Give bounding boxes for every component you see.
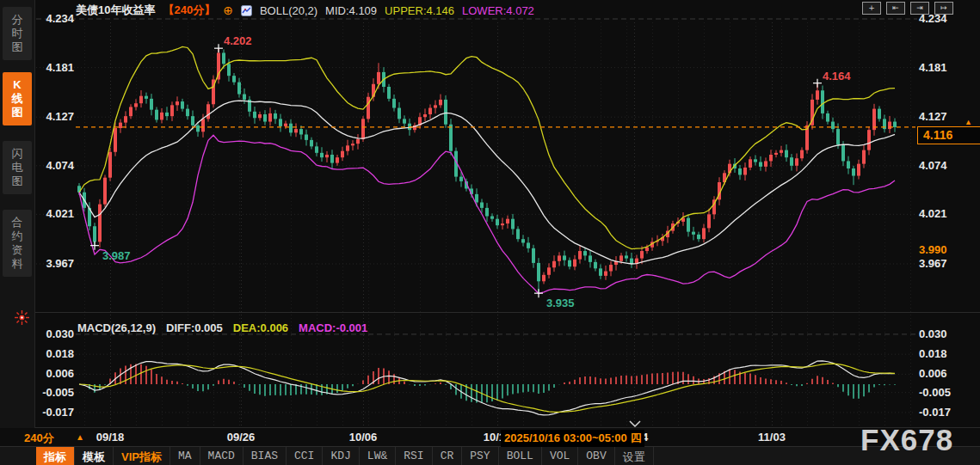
macd-axis-label: -0.005 xyxy=(919,386,951,399)
macd-axis-label: 0.006 xyxy=(36,367,74,380)
price-axis-label: 3.967 xyxy=(36,257,74,270)
price-extreme-label: 4.202 xyxy=(224,34,252,47)
chevron-down-icon[interactable] xyxy=(629,420,641,428)
macd-hist-value: MACD:-0.001 xyxy=(299,321,367,334)
crosshair-icon[interactable]: + xyxy=(862,2,881,15)
toolbar-tab-psy[interactable]: PSY xyxy=(462,447,498,465)
current-price-box: 4.116 xyxy=(917,126,980,144)
boll-lower-value: LOWER:4.072 xyxy=(462,4,534,17)
price-axis-label: 4.234 xyxy=(36,12,74,25)
toolbar-tab-boll[interactable]: BOLL xyxy=(499,447,542,465)
macd-axis-label: -0.017 xyxy=(36,406,74,419)
chart-header: 美债10年收益率 【240分】 ⊕ BOLL(20,2) MID:4.109 U… xyxy=(76,3,534,18)
sidebar: 分时图 K线图 闪电图 合约资料 xyxy=(0,0,35,428)
price-axis-label: 4.127 xyxy=(36,110,74,123)
boll-indicator-label: BOLL(20,2) xyxy=(260,4,317,17)
toolbar-tab-macd[interactable]: MACD xyxy=(200,447,243,465)
sidebar-tab-label: 合约资料 xyxy=(11,216,24,271)
toolbar-tab-indicators[interactable]: 指标 xyxy=(36,447,75,465)
chart-window: 4.2023.9874.1643.935 分时图 K线图 闪电图 合约资料 美债… xyxy=(0,0,980,465)
toolbar-tab-bias[interactable]: BIAS xyxy=(243,447,287,465)
macd-params-label: MACD(26,12,9) xyxy=(77,321,156,334)
add-indicator-icon[interactable]: ⊕ xyxy=(223,4,233,16)
fit-right-icon[interactable]: ⇥ xyxy=(910,2,929,15)
toolbar-tab-ma[interactable]: MA xyxy=(170,447,200,465)
macd-axis-label: 0.018 xyxy=(919,347,947,360)
date-tick: 11/03 xyxy=(758,431,786,444)
candlestick-chart-canvas[interactable]: 4.2023.9874.1643.935 xyxy=(0,0,980,465)
price-up-arrow-icon: ▲ xyxy=(965,118,972,126)
price-axis-label: 4.074 xyxy=(919,159,947,172)
toolbar-tab-cci[interactable]: CCI xyxy=(287,447,323,465)
sidebar-tab-label: 分时图 xyxy=(11,13,24,54)
price-axis-label: 4.181 xyxy=(919,61,947,74)
toolbar-tab-cr[interactable]: CR xyxy=(433,447,463,465)
price-axis-label: 4.021 xyxy=(36,207,74,220)
toolbar-tab-settings[interactable]: 设置 xyxy=(615,447,654,465)
date-tick: 09/26 xyxy=(227,431,256,444)
toolbar-tab-templates[interactable]: 模板 xyxy=(75,447,114,465)
price-axis-label: 4.021 xyxy=(919,207,947,220)
sidebar-tab-label: K线图 xyxy=(11,78,24,119)
boll-mid-value: MID:4.109 xyxy=(325,4,377,17)
chart-style-icon[interactable] xyxy=(241,5,252,16)
toolbar-tab-obv[interactable]: OBV xyxy=(578,447,614,465)
crosshair-date-tooltip: 2025/10/16 03:00~05:00 四 xyxy=(501,430,644,447)
pan-right-icon[interactable]: ↦ xyxy=(934,2,953,15)
price-axis-label: 4.074 xyxy=(36,159,74,172)
toolbar-tab-vol[interactable]: VOL xyxy=(542,447,578,465)
sidebar-tab-timeline[interactable]: 分时图 xyxy=(3,7,32,60)
macd-axis-label: -0.005 xyxy=(36,386,74,399)
indicator-toolbar: 指标 模板 VIP指标 MA MACD BIAS CCI KDJ LW& RSI… xyxy=(0,446,980,465)
date-tick: 09/18 xyxy=(96,431,125,444)
boll-upper-value: UPPER:4.146 xyxy=(385,4,454,17)
toolbar-tab-kdj[interactable]: KDJ xyxy=(323,447,359,465)
toolbar-tab-vip-indicators[interactable]: VIP指标 xyxy=(114,447,170,465)
macd-dea-value: DEA:0.006 xyxy=(233,321,288,334)
price-extreme-label: 3.935 xyxy=(546,297,575,309)
window-controls: + ⇤ ⇥ ↦ xyxy=(862,2,953,15)
macd-axis-label: -0.017 xyxy=(919,406,951,419)
price-extreme-label: 3.987 xyxy=(102,249,131,262)
macd-panel-layer xyxy=(79,361,895,415)
instrument-title: 美债10年收益率 xyxy=(76,3,155,18)
price-axis-label: 4.127 xyxy=(919,110,947,123)
secondary-price-label: 3.990 xyxy=(919,243,947,256)
price-axis-label: 3.967 xyxy=(919,257,947,270)
toolbar-tab-lw[interactable]: LW& xyxy=(360,447,396,465)
macd-axis-label: 0.006 xyxy=(919,367,947,380)
period-tag[interactable]: 【240分】 xyxy=(163,3,215,18)
watermark: FX678 xyxy=(860,423,953,457)
macd-header: MACD(26,12,9) DIFF:0.005 DEA:0.006 MACD:… xyxy=(77,321,367,334)
toolbar-tab-rsi[interactable]: RSI xyxy=(396,447,432,465)
macd-axis-label: 0.018 xyxy=(36,347,74,360)
period-selector[interactable]: 240分 xyxy=(24,431,54,446)
sidebar-tab-contract-info[interactable]: 合约资料 xyxy=(3,210,32,277)
macd-diff-value: DIFF:0.005 xyxy=(166,321,223,334)
fit-left-icon[interactable]: ⇤ xyxy=(886,2,905,15)
sidebar-tab-label: 闪电图 xyxy=(11,147,24,188)
period-dropdown-icon[interactable]: ▲ xyxy=(76,432,84,442)
alert-starburst-icon xyxy=(15,310,29,325)
macd-axis-label: 0.030 xyxy=(36,327,74,340)
price-extreme-label: 4.164 xyxy=(823,70,851,83)
sidebar-tab-lightning[interactable]: 闪电图 xyxy=(3,141,32,194)
date-tick: 10/06 xyxy=(349,431,378,444)
price-panel-layer: 4.2023.9874.1643.935 xyxy=(76,34,915,309)
sidebar-tab-kline[interactable]: K线图 xyxy=(3,72,32,125)
price-axis-label: 4.181 xyxy=(36,61,74,74)
macd-axis-label: 0.030 xyxy=(919,327,947,340)
